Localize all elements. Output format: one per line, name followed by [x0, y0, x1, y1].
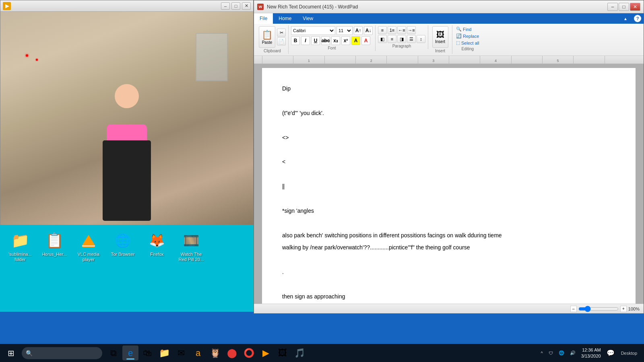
subliminal-folder-label: 'sublimina... folder [6, 252, 35, 262]
edge-icon: e [128, 348, 133, 358]
zoom-in-button[interactable]: + [620, 306, 627, 312]
justify-button[interactable]: ☰ [407, 35, 416, 43]
start-button[interactable]: ⊞ [2, 346, 20, 360]
doc-paragraph-16 [282, 280, 615, 288]
taskbar-pinned-apps: ⧉ e 🛍 📁 ✉ a 🦉 ⬤ ⭕ [105, 346, 308, 360]
copy-button[interactable]: 📄 [277, 37, 286, 45]
desktop-icon-tor[interactable]: 🌐 Tor Browser [107, 229, 139, 264]
taskbar-amazon[interactable]: a [190, 346, 206, 360]
taskbar-file-explorer[interactable]: 📁 [156, 346, 172, 360]
superscript-button[interactable]: x² [341, 36, 350, 45]
find-label: Find [463, 27, 471, 32]
strikethrough-button[interactable]: abc [321, 36, 330, 45]
menu-home[interactable]: Home [273, 13, 297, 24]
store-icon: 🛍 [143, 348, 152, 358]
ruler-mark-9 [511, 56, 542, 64]
font-name-row: Calibri 11 A↑ A↓ [291, 26, 373, 35]
taskbar-opera-gx[interactable]: ⬤ [224, 346, 240, 360]
wordpad-title-left: W New Rich Text Document (415) - WordPad [257, 4, 358, 10]
taskbar-media-player[interactable]: ▶ [258, 346, 274, 360]
ruler-marks: 1 2 3 4 5 [254, 56, 644, 64]
tray-chevron[interactable]: ^ [539, 350, 545, 356]
vlc-label: VLC media player [74, 252, 103, 262]
bullet-list-button[interactable]: ≡ [378, 26, 387, 34]
doc-paragraph-2: (t"e'd"' 'you dick'. [282, 109, 615, 117]
wordpad-maximize-button[interactable]: □ [619, 3, 629, 11]
mail-icon: ✉ [178, 348, 185, 358]
desktop-icon-subliminal[interactable]: 📁 'sublimina... folder [4, 229, 36, 264]
wordpad-minimize-button[interactable]: – [607, 3, 618, 11]
taskbar-photos[interactable]: 🖼 [275, 346, 291, 360]
taskbar-store[interactable]: 🛍 [139, 346, 155, 360]
tray-network[interactable]: 🌐 [557, 350, 566, 356]
firefox-label: Firefox [150, 252, 164, 257]
doc-paragraph-13: walking by /near park/overwatch'??......… [282, 243, 615, 252]
taskbar-music[interactable]: 🎵 [291, 346, 308, 360]
font-size-select[interactable]: 11 [336, 26, 353, 35]
zoom-out-button[interactable]: – [570, 306, 577, 312]
desktop-icon-vlc[interactable]: VLC media player [72, 229, 105, 264]
numbered-list-button[interactable]: 1≡ [388, 26, 396, 34]
taskbar-edge[interactable]: e [122, 346, 138, 360]
taskbar-opera[interactable]: ⭕ [241, 346, 257, 360]
taskbar-search-box[interactable]: 🔍 [22, 347, 102, 359]
menu-file[interactable]: File [254, 13, 273, 24]
tray-antivirus[interactable]: 🛡 [547, 350, 555, 356]
font-grow-button[interactable]: A↑ [354, 26, 363, 35]
replace-button[interactable]: 🔄 Replace [455, 33, 481, 39]
font-color-button[interactable]: A [361, 36, 370, 45]
task-view-icon: ⧉ [110, 348, 117, 358]
music-icon: 🎵 [294, 348, 305, 358]
zoom-slider[interactable] [578, 306, 619, 312]
document-page[interactable]: Dip (t"e'd"' 'you dick'. <> < | *sign 'a… [262, 68, 636, 304]
insert-button[interactable]: 🖼 Insert [432, 26, 448, 48]
line-spacing-button[interactable]: ↕ [417, 35, 425, 43]
ruler-mark-12 [605, 56, 636, 64]
video-close-button[interactable]: ✕ [242, 2, 251, 10]
ruler-mark-4: 2 [355, 56, 386, 64]
document-area-wrapper: Dip (t"e'd"' 'you dick'. <> < | *sign 'a… [254, 64, 644, 304]
ribbon-paragraph-group: ≡ 1≡ ←≡ →≡ ◧ ≡ ◨ ☰ ↕ Paragraph [376, 25, 428, 49]
help-button[interactable]: ? [632, 13, 644, 24]
taskbar-tripadvisor[interactable]: 🦉 [207, 346, 223, 360]
find-icon: 🔍 [456, 27, 462, 32]
align-left-button[interactable]: ◧ [378, 35, 387, 43]
wordpad-close-button[interactable]: ✕ [630, 3, 640, 11]
menubar: File Home View ▲ ? [254, 13, 644, 24]
select-all-button[interactable]: ⬚ Select all [455, 40, 481, 46]
increase-indent-button[interactable]: →≡ [407, 26, 416, 34]
show-desktop-button[interactable]: Desktop [619, 350, 640, 356]
desktop-icon-firefox[interactable]: 🦊 Firefox [141, 229, 173, 264]
underline-button[interactable]: U [311, 36, 320, 45]
italic-button[interactable]: I [301, 36, 310, 45]
highlight-button[interactable]: A [351, 36, 360, 45]
desktop-icon-red-pill[interactable]: 🎞️ Watch The Red Pill 20... [175, 229, 207, 264]
video-maximize-button[interactable]: □ [231, 2, 240, 10]
taskbar-mail[interactable]: ✉ [173, 346, 189, 360]
video-minimize-button[interactable]: – [221, 2, 230, 10]
subscript-button[interactable]: x₂ [331, 36, 340, 45]
decrease-indent-button[interactable]: ←≡ [397, 26, 406, 34]
taskbar-clock[interactable]: 12:36 AM 3/13/2020 [580, 346, 603, 360]
taskbar-task-view[interactable]: ⧉ [105, 346, 122, 360]
paste-icon: 📋 [262, 30, 272, 40]
find-button[interactable]: 🔍 Find [455, 26, 481, 32]
zoom-area: – + 100% [570, 306, 640, 312]
tray-volume[interactable]: 🔊 [568, 350, 577, 356]
desktop-icon-horus[interactable]: 📋 Horus_Her... [38, 229, 70, 264]
ruler-mark-8: 4 [480, 56, 511, 64]
font-shrink-button[interactable]: A↓ [364, 26, 373, 35]
align-center-button[interactable]: ≡ [388, 35, 396, 43]
font-family-select[interactable]: Calibri [291, 26, 335, 35]
doc-paragraph-1 [282, 96, 615, 105]
menu-view[interactable]: View [297, 13, 319, 24]
document-scroll-area[interactable]: Dip (t"e'd"' 'you dick'. <> < | *sign 'a… [254, 64, 644, 304]
video-content [0, 12, 253, 225]
bold-button[interactable]: B [291, 36, 300, 45]
align-right-button[interactable]: ◨ [397, 35, 406, 43]
ribbon-collapse-button[interactable]: ▲ [619, 13, 632, 24]
cut-button[interactable]: ✂ [277, 29, 286, 37]
notification-center-button[interactable]: 💬 [605, 348, 616, 359]
paste-button[interactable]: 📋 Paste [259, 26, 275, 48]
tor-label: Tor Browser [111, 252, 135, 257]
